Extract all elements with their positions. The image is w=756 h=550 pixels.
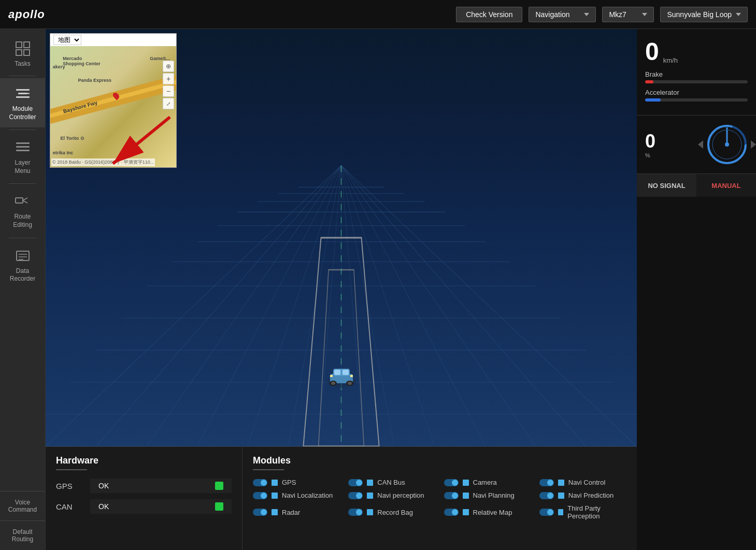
svg-rect-10	[16, 142, 30, 144]
map-label-etrika: etrika Inc	[53, 150, 74, 155]
module-dot	[367, 480, 373, 486]
sidebar-item-tasks[interactable]: Tasks	[0, 33, 45, 74]
main-layout: Tasks Module Controller Layer Menu Route…	[0, 29, 756, 550]
map-navigate-btn[interactable]: ⊕	[163, 61, 174, 72]
module-toggle[interactable]	[253, 492, 267, 499]
map-label-eltorito: El Torito ⊙	[60, 136, 84, 141]
svg-line-38	[288, 166, 341, 447]
module-toggle[interactable]	[539, 509, 554, 516]
map-dropdown-arrow	[736, 13, 741, 16]
module-item: GPS	[253, 479, 340, 486]
brake-bar	[645, 80, 748, 83]
svg-point-67	[725, 142, 729, 147]
svg-rect-6	[18, 93, 27, 94]
module-item: Third Party Perception	[539, 504, 626, 520]
toggle-knob	[547, 509, 553, 515]
bottom-area: Hardware GPS OK CAN OK	[46, 446, 637, 550]
steering-wheel	[706, 124, 748, 165]
module-item: Record Bag	[348, 504, 435, 520]
toggle-knob	[356, 493, 362, 499]
modules-section: Modules GPS CAN Bus Camera	[243, 447, 637, 550]
module-toggle[interactable]	[539, 479, 554, 486]
map-zoom-in-btn[interactable]: +	[163, 73, 174, 84]
steering-left-arrow[interactable]	[698, 140, 703, 149]
speed-unit: km/h	[663, 56, 678, 64]
module-item: CAN Bus	[348, 479, 435, 486]
content-area: .gl{stroke:#2a5080;stroke-width:0.7;opac…	[46, 29, 637, 550]
car-model	[321, 358, 362, 395]
sidebar-item-voice-command[interactable]: VoiceCommand	[0, 491, 45, 520]
module-toggle[interactable]	[348, 492, 363, 499]
accelerator-label: Accelerator	[645, 89, 748, 96]
steering-right-arrow[interactable]	[751, 140, 756, 149]
map-type-select[interactable]: 地图 卫星	[53, 35, 81, 45]
brake-label: Brake	[645, 70, 748, 78]
map-zoom-out-btn[interactable]: −	[163, 85, 174, 97]
module-toggle[interactable]	[539, 492, 554, 499]
sidebar-item-layer-menu[interactable]: Layer Menu	[0, 132, 45, 181]
toggle-track[interactable]	[539, 509, 554, 516]
sidebar-module-label: Module Controller	[9, 105, 36, 121]
svg-rect-13	[16, 198, 23, 203]
svg-rect-11	[16, 146, 30, 148]
toggle-track[interactable]	[444, 479, 459, 486]
svg-rect-12	[16, 150, 30, 151]
module-name: CAN Bus	[377, 479, 405, 486]
module-toggle[interactable]	[348, 479, 363, 486]
map-label-panda: Panda Express	[78, 78, 111, 83]
module-controller-icon	[13, 84, 32, 103]
sidebar-item-route-editing[interactable]: Route Editing	[0, 186, 45, 235]
toggle-track[interactable]	[444, 509, 459, 516]
svg-rect-0	[16, 42, 22, 48]
sidebar-bottom: VoiceCommand DefaultRouting	[0, 491, 45, 550]
sidebar-item-module-controller[interactable]: Module Controller	[0, 78, 45, 127]
module-toggle[interactable]	[444, 509, 459, 516]
map-fullscreen-btn[interactable]: ⤢	[163, 98, 174, 109]
sidebar-item-default-routing[interactable]: DefaultRouting	[0, 520, 45, 550]
toggle-track[interactable]	[348, 492, 363, 499]
svg-line-35	[147, 166, 341, 447]
module-toggle[interactable]	[253, 509, 267, 516]
toggle-knob	[261, 509, 267, 515]
route-editing-icon	[13, 192, 32, 211]
map-dropdown[interactable]: Sunnyvale Big Loop	[660, 7, 748, 22]
toggle-track[interactable]	[539, 492, 554, 499]
module-dot	[367, 509, 373, 515]
toggle-track[interactable]	[253, 509, 267, 516]
module-toggle[interactable]	[444, 492, 459, 499]
module-dot	[272, 493, 278, 499]
toggle-track[interactable]	[444, 492, 459, 499]
navigation-dropdown[interactable]: Navigation	[529, 7, 596, 22]
module-dot	[272, 480, 278, 486]
module-dot	[558, 509, 564, 515]
svg-line-39	[319, 166, 341, 447]
check-version-button[interactable]: Check Version	[456, 7, 522, 22]
svg-line-37	[248, 166, 341, 447]
accelerator-bar	[645, 98, 748, 102]
module-toggle[interactable]	[444, 479, 459, 486]
steering-value: 0	[645, 131, 655, 152]
module-toggle[interactable]	[348, 509, 363, 516]
module-toggle[interactable]	[253, 479, 267, 486]
module-item: Navi perception	[348, 491, 435, 499]
svg-rect-63	[350, 375, 353, 377]
toggle-track[interactable]	[253, 492, 267, 499]
sidebar-item-data-recorder[interactable]: Data Recorder	[0, 240, 45, 290]
toggle-track[interactable]	[539, 479, 554, 486]
toggle-track[interactable]	[348, 509, 363, 516]
svg-rect-1	[24, 42, 30, 48]
map-controls: ⊕ + − ⤢	[163, 61, 174, 109]
svg-rect-56	[334, 370, 340, 375]
toggle-knob	[547, 480, 553, 486]
steering-panel: 0 %	[637, 115, 756, 174]
sidebar-route-label: Route Editing	[13, 213, 32, 229]
no-signal-button[interactable]: NO SIGNAL	[637, 174, 696, 197]
toggle-track[interactable]	[253, 479, 267, 486]
module-name: GPS	[282, 479, 296, 486]
vehicle-dropdown[interactable]: Mkz7	[602, 7, 654, 22]
manual-button[interactable]: MANUAL	[696, 174, 756, 197]
svg-rect-2	[16, 50, 22, 55]
module-name: Navi Prediction	[568, 491, 614, 499]
toggle-track[interactable]	[348, 479, 363, 486]
header: apollo Check Version Navigation Mkz7 Sun…	[0, 0, 756, 29]
